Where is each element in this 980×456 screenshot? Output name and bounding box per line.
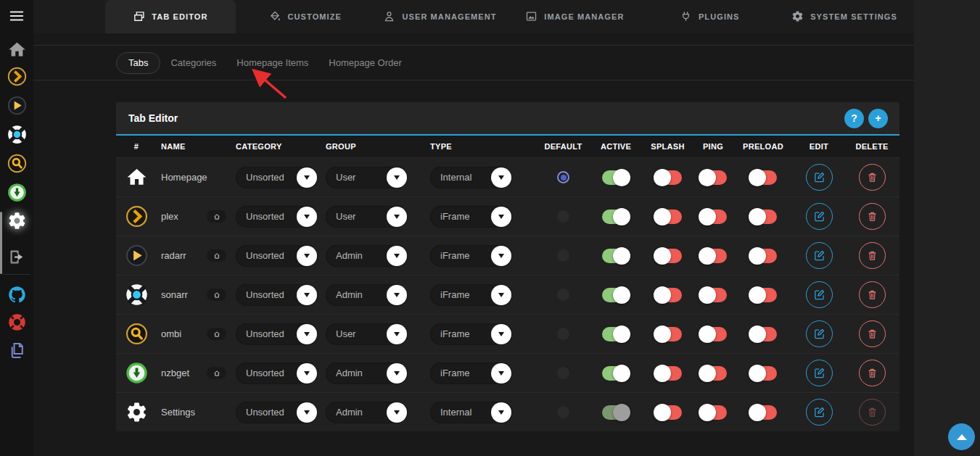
edit-button[interactable]	[806, 360, 833, 386]
sidebar-item-ombi[interactable]	[6, 154, 28, 175]
category-value: Unsorted	[246, 289, 284, 300]
active-toggle[interactable]	[602, 288, 630, 302]
menu-toggle-button[interactable]	[9, 8, 25, 24]
ping-toggle[interactable]	[699, 366, 727, 381]
column-header-edit: EDIT	[794, 142, 844, 151]
subtab-homepage-order[interactable]: Homepage Order	[318, 52, 411, 74]
group-select[interactable]: User	[326, 323, 408, 345]
delete-button[interactable]	[859, 281, 886, 308]
category-select[interactable]: Unsorted	[236, 402, 318, 423]
scroll-to-top-button[interactable]	[948, 423, 975, 450]
sidebar-item-github[interactable]	[6, 285, 28, 307]
default-radio[interactable]	[557, 249, 569, 262]
splash-toggle[interactable]	[654, 170, 682, 185]
active-toggle[interactable]	[602, 327, 630, 341]
group-value: User	[336, 328, 355, 339]
preload-toggle[interactable]	[749, 288, 777, 302]
splash-toggle[interactable]	[654, 405, 682, 420]
ping-toggle[interactable]	[699, 249, 727, 263]
category-select[interactable]: Unsorted	[236, 323, 318, 345]
active-toggle[interactable]	[602, 366, 630, 381]
ping-toggle[interactable]	[699, 405, 727, 420]
type-select[interactable]: iFrame	[430, 323, 512, 345]
group-select[interactable]: Admin	[326, 402, 408, 423]
category-select[interactable]: Unsorted	[236, 284, 318, 306]
default-radio[interactable]	[557, 171, 569, 183]
preload-toggle[interactable]	[749, 170, 777, 185]
tab-system-settings[interactable]: SYSTEM SETTINGS	[779, 0, 910, 33]
subtab-tabs[interactable]: Tabs	[116, 52, 160, 74]
sidebar-item-settings[interactable]	[6, 211, 28, 233]
ping-toggle[interactable]	[699, 327, 727, 341]
edit-button[interactable]	[806, 399, 833, 426]
default-radio[interactable]	[557, 289, 569, 301]
delete-button[interactable]	[859, 203, 886, 230]
splash-toggle[interactable]	[654, 210, 682, 224]
splash-toggle[interactable]	[654, 327, 682, 341]
default-radio[interactable]	[557, 367, 569, 379]
type-select[interactable]: iFrame	[430, 245, 512, 267]
group-select[interactable]: Admin	[326, 245, 408, 267]
toggle-knob	[654, 365, 671, 382]
ping-toggle[interactable]	[699, 170, 727, 185]
preload-toggle[interactable]	[749, 249, 777, 263]
category-select[interactable]: Unsorted	[236, 245, 318, 267]
help-button[interactable]: ?	[844, 109, 864, 128]
sidebar-item-logout[interactable]	[6, 247, 28, 269]
default-radio[interactable]	[557, 406, 569, 418]
group-select[interactable]: Admin	[326, 362, 408, 384]
splash-toggle[interactable]	[654, 288, 682, 302]
tab-user-management[interactable]: USER MANAGEMENT	[375, 0, 506, 33]
sidebar-item-radarr[interactable]	[6, 96, 28, 117]
splash-toggle[interactable]	[654, 249, 682, 263]
default-radio[interactable]	[557, 328, 569, 340]
preload-toggle[interactable]	[749, 366, 777, 381]
tab-customize[interactable]: CUSTOMIZE	[240, 0, 371, 33]
type-select[interactable]: Internal	[430, 402, 512, 423]
group-select[interactable]: Admin	[326, 284, 408, 306]
radarr-icon	[124, 244, 149, 268]
group-select[interactable]: User	[326, 167, 408, 188]
sidebar-item-support[interactable]	[6, 312, 28, 334]
type-select[interactable]: iFrame	[430, 206, 512, 228]
edit-button[interactable]	[806, 203, 833, 230]
tab-tab-editor[interactable]: TAB EDITOR	[105, 0, 236, 33]
type-select[interactable]: iFrame	[430, 362, 512, 384]
active-toggle[interactable]	[602, 249, 630, 263]
delete-button[interactable]	[859, 320, 886, 347]
category-select[interactable]: Unsorted	[236, 167, 318, 188]
active-toggle[interactable]	[602, 170, 630, 185]
subtab-homepage-items[interactable]: Homepage Items	[226, 52, 318, 74]
preload-toggle[interactable]	[749, 210, 777, 224]
delete-button[interactable]	[859, 164, 886, 191]
sidebar-scrollbar[interactable]	[0, 212, 2, 274]
ping-toggle[interactable]	[699, 210, 727, 224]
sidebar-item-home[interactable]	[6, 40, 28, 62]
column-header-splash: SPLASH	[642, 142, 693, 151]
default-radio[interactable]	[557, 210, 569, 223]
ping-toggle[interactable]	[699, 288, 727, 302]
edit-button[interactable]	[806, 281, 833, 308]
edit-button[interactable]	[806, 242, 833, 269]
preload-toggle[interactable]	[749, 405, 777, 420]
category-select[interactable]: Unsorted	[236, 362, 318, 384]
preload-toggle[interactable]	[749, 327, 777, 341]
tab-image-manager[interactable]: IMAGE MANAGER	[509, 0, 640, 33]
type-select[interactable]: Internal	[430, 167, 512, 188]
delete-button[interactable]	[859, 360, 886, 386]
edit-button[interactable]	[806, 320, 833, 347]
category-select[interactable]: Unsorted	[236, 206, 318, 228]
sidebar-item-sonarr[interactable]	[6, 125, 28, 146]
edit-button[interactable]	[806, 164, 833, 191]
active-toggle[interactable]	[602, 210, 630, 224]
type-select[interactable]: iFrame	[430, 284, 512, 306]
delete-button[interactable]	[859, 242, 886, 269]
sidebar-item-nzbget[interactable]	[6, 183, 28, 204]
tab-plugins[interactable]: PLUGINS	[644, 0, 775, 33]
sidebar-item-plex[interactable]	[6, 67, 28, 88]
subtab-categories[interactable]: Categories	[160, 52, 226, 74]
group-select[interactable]: User	[326, 206, 408, 228]
add-tab-button[interactable]: +	[868, 109, 888, 128]
sidebar-item-documents[interactable]	[6, 341, 28, 362]
splash-toggle[interactable]	[654, 366, 682, 381]
